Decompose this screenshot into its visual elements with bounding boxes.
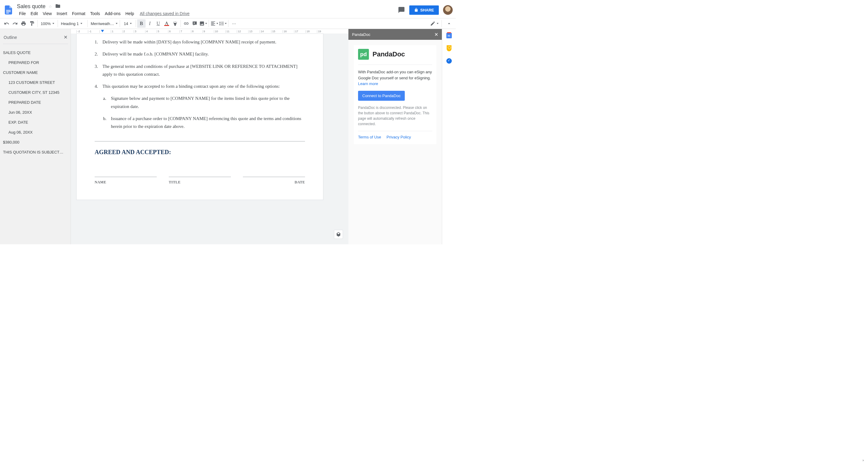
svg-rect-1 xyxy=(6,11,11,12)
outline-title: Outline xyxy=(4,35,17,40)
image-icon[interactable] xyxy=(199,19,207,28)
tasks-icon[interactable] xyxy=(446,58,452,64)
share-button[interactable]: SHARE xyxy=(409,5,439,15)
menu-view[interactable]: View xyxy=(41,10,54,17)
save-status[interactable]: All changes saved in Drive xyxy=(140,11,190,16)
menu-format[interactable]: Format xyxy=(70,10,87,17)
italic-icon[interactable]: I xyxy=(146,19,154,28)
list-item: 4.This quotation may be accepted to form… xyxy=(95,82,305,90)
edit-mode-icon[interactable] xyxy=(430,19,438,28)
svg-rect-0 xyxy=(6,10,11,10)
privacy-link[interactable]: Privacy Policy xyxy=(387,135,411,139)
list-item: 1.Delivery will be made within [DAYS] da… xyxy=(95,38,305,46)
explore-icon[interactable] xyxy=(334,230,343,239)
learn-more-link[interactable]: Learn more xyxy=(358,82,378,86)
menu-help[interactable]: Help xyxy=(123,10,136,17)
star-icon[interactable]: ☆ xyxy=(49,4,52,9)
keep-icon[interactable] xyxy=(446,45,452,51)
menu-insert[interactable]: Insert xyxy=(55,10,69,17)
outline-item[interactable]: PREPARED FOR xyxy=(3,58,68,67)
link-icon[interactable] xyxy=(182,19,190,28)
outline-item[interactable]: CUSTOMER CITY, ST 12345 xyxy=(3,87,68,97)
panda-title: PandaDoc xyxy=(352,32,370,37)
toolbar: 100% Heading 1 Merriweath… 14 B I U A ⋯ xyxy=(0,18,456,29)
more-icon[interactable]: ⋯ xyxy=(230,19,238,28)
outline-item[interactable]: SALES QUOTE xyxy=(3,48,68,58)
outline-panel: Outline ✕ SALES QUOTEPREPARED FORCUSTOME… xyxy=(0,29,71,244)
outline-item[interactable]: THIS QUOTATION IS SUBJECT… xyxy=(3,147,68,157)
list-item: 2.Delivery will be made f.o.b. [COMPANY … xyxy=(95,50,305,58)
close-icon[interactable]: ✕ xyxy=(434,32,438,37)
close-icon[interactable]: ✕ xyxy=(64,34,67,40)
panda-brand: PandaDoc xyxy=(373,50,405,58)
pandadoc-panel: PandaDoc ✕ pd PandaDoc With PandaDoc add… xyxy=(348,29,442,244)
svg-rect-2 xyxy=(6,13,9,13)
sig-title-label: TITLE xyxy=(169,177,231,184)
calendar-icon[interactable]: 31 xyxy=(446,33,452,38)
outline-item[interactable]: PREPARED DATE xyxy=(3,97,68,107)
redo-icon[interactable] xyxy=(11,19,19,28)
connect-button[interactable]: Connect to PandaDoc xyxy=(358,91,405,101)
menu-edit[interactable]: Edit xyxy=(29,10,40,17)
line-spacing-icon[interactable] xyxy=(218,19,227,28)
sig-date-label: DATE xyxy=(243,177,305,184)
share-label: SHARE xyxy=(420,8,434,12)
list-item: 3.The general terms and conditions of pu… xyxy=(95,62,305,79)
ruler[interactable]: | -2| -1| | 1| 2| 3| 4| 5| 6| 7| 8| 9| 1… xyxy=(71,29,348,33)
list-item: a.Signature below and payment to [COMPAN… xyxy=(103,94,305,110)
outline-item[interactable]: EXP. DATE xyxy=(3,117,68,127)
folder-icon[interactable] xyxy=(55,3,61,10)
align-icon[interactable] xyxy=(210,19,218,28)
outline-item[interactable]: Jun 06, 20XX xyxy=(3,107,68,117)
outline-item[interactable]: CUSTOMER NAME xyxy=(3,67,68,78)
menu-tools[interactable]: Tools xyxy=(88,10,102,17)
font-select[interactable]: Merriweath… xyxy=(89,19,119,28)
sig-name-label: NAME xyxy=(95,177,157,184)
panda-note: PandaDoc is disconnected. Please click o… xyxy=(358,105,432,127)
paint-format-icon[interactable] xyxy=(28,19,36,28)
outline-item[interactable]: Aug 06, 20XX xyxy=(3,127,68,137)
zoom-select[interactable]: 100% xyxy=(39,19,56,28)
undo-icon[interactable] xyxy=(2,19,11,28)
fontsize-select[interactable]: 14 xyxy=(121,19,134,28)
pandadoc-logo-icon: pd xyxy=(358,49,369,60)
document-title[interactable]: Sales quote xyxy=(17,3,45,10)
add-comment-icon[interactable] xyxy=(190,19,199,28)
docs-icon[interactable] xyxy=(3,3,14,17)
account-avatar[interactable] xyxy=(443,5,453,15)
menu-addons[interactable]: Add-ons xyxy=(103,10,123,17)
menu-file[interactable]: File xyxy=(17,10,28,17)
list-item: b.Issuance of a purchase order to [COMPA… xyxy=(103,115,305,130)
menu-bar: File Edit View Insert Format Tools Add-o… xyxy=(17,10,398,17)
underline-icon[interactable]: U xyxy=(154,19,162,28)
panda-description: With PandaDoc add-on you can eSign any G… xyxy=(358,69,432,81)
outline-item[interactable]: 123 CUSTOMER STREET xyxy=(3,78,68,87)
style-select[interactable]: Heading 1 xyxy=(59,19,86,28)
highlight-icon[interactable] xyxy=(171,19,179,28)
tos-link[interactable]: Terms of Use xyxy=(358,135,381,139)
comments-icon[interactable] xyxy=(398,6,405,13)
bold-icon[interactable]: B xyxy=(137,19,146,28)
right-rail: 31 xyxy=(442,29,456,244)
document-page[interactable]: 1.Delivery will be made within [DAYS] da… xyxy=(76,33,323,200)
collapse-icon[interactable] xyxy=(445,19,453,28)
print-icon[interactable] xyxy=(19,19,28,28)
text-color-icon[interactable]: A xyxy=(162,19,171,28)
section-heading: AGREED AND ACCEPTED: xyxy=(95,149,305,156)
document-area: | -2| -1| | 1| 2| 3| 4| 5| 6| 7| 8| 9| 1… xyxy=(71,29,348,244)
outline-item[interactable]: $380,000 xyxy=(3,137,68,147)
